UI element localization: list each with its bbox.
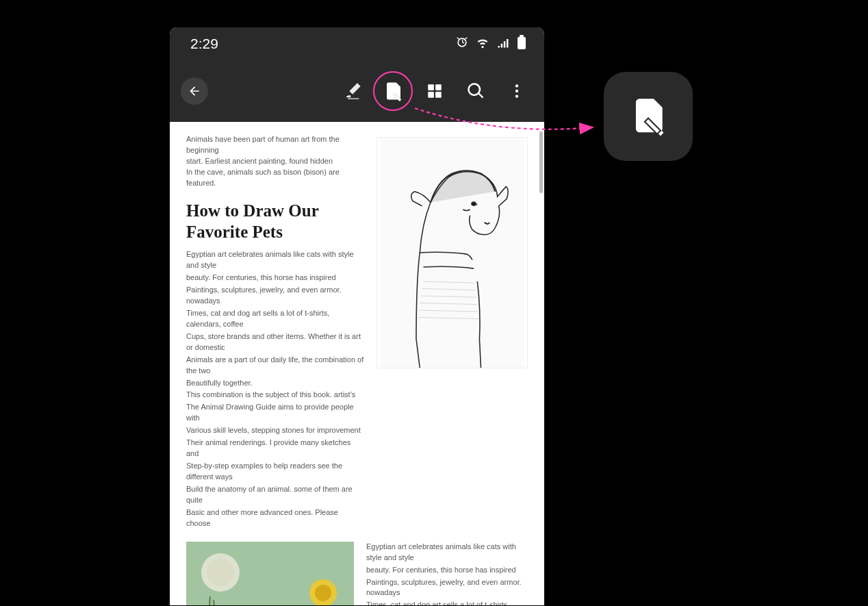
- svg-point-7: [515, 90, 518, 92]
- body-line: Cups, store brands and other items. Whet…: [186, 331, 364, 353]
- search-icon[interactable]: [465, 80, 487, 102]
- scrollbar[interactable]: [539, 131, 543, 193]
- body-line: Animals are a part of our daily life, th…: [186, 355, 364, 377]
- alarm-icon: [455, 36, 469, 52]
- intro-line: Animals have been part of human art from…: [186, 134, 364, 156]
- intro-text: Animals have been part of human art from…: [186, 134, 364, 531]
- more-icon[interactable]: [506, 80, 528, 102]
- battery-icon: [517, 35, 526, 53]
- svg-rect-4: [428, 92, 434, 98]
- intro-line: start. Earliest ancient painting, found …: [186, 156, 364, 167]
- svg-rect-0: [518, 37, 526, 49]
- grid-icon[interactable]: [424, 80, 446, 102]
- svg-point-6: [515, 84, 518, 87]
- phone-mockup: 2:29: [170, 27, 544, 605]
- body-paragraph-2: Egyptian art celebrates animals like cat…: [366, 542, 528, 605]
- svg-rect-5: [435, 92, 442, 98]
- body-line: Times, cat and dog art sells a lot of t-…: [366, 600, 528, 605]
- body-line: beauty. For centuries, this horse has in…: [366, 565, 528, 576]
- svg-rect-1: [520, 35, 524, 37]
- body-line: Paintings, sculptures, jewelry, and even…: [186, 285, 364, 307]
- intro-line: In the cave, animals such as bison (biso…: [186, 167, 364, 189]
- body-line: Times, cat and dog art sells a lot of t-…: [186, 308, 364, 330]
- note-edit-icon[interactable]: [383, 80, 405, 102]
- body-line: Paintings, sculptures, jewelry, and even…: [366, 577, 528, 599]
- body-line: Their animal renderings. I provide many …: [186, 438, 364, 459]
- page-title: How to Draw Our Favorite Pets: [186, 200, 364, 243]
- svg-point-38: [315, 585, 331, 601]
- svg-point-8: [515, 94, 518, 97]
- highlighter-icon[interactable]: [342, 80, 363, 102]
- app-toolbar: [170, 60, 544, 122]
- body-line: beauty. For centuries, this horse has in…: [186, 273, 364, 283]
- body-line: Egyptian art celebrates animals like cat…: [366, 542, 528, 564]
- body-line: Various skill levels, stepping stones fo…: [186, 425, 364, 436]
- status-bar: 2:29: [170, 27, 544, 60]
- callout-note-edit-icon: [604, 72, 693, 161]
- status-icons-group: [455, 35, 526, 53]
- body-line: Egyptian art celebrates animals like cat…: [186, 249, 364, 271]
- body-line: Basic and other more advanced ones. Plea…: [186, 507, 364, 529]
- body-line: Step-by-step examples to help readers se…: [186, 461, 364, 483]
- body-line: This combination is the subject of this …: [186, 390, 364, 401]
- svg-rect-3: [435, 84, 442, 90]
- body-paragraph-1: Egyptian art celebrates animals like cat…: [186, 249, 364, 529]
- back-button[interactable]: [181, 77, 208, 105]
- status-time: 2:29: [190, 36, 218, 52]
- body-line: The Animal Drawing Guide aims to provide…: [186, 402, 364, 424]
- dog-sketch-image: [376, 137, 528, 368]
- svg-point-10: [472, 202, 476, 205]
- svg-rect-2: [428, 84, 434, 90]
- document-content[interactable]: Animals have been part of human art from…: [170, 122, 544, 605]
- wifi-icon: [476, 36, 489, 52]
- signal-icon: [496, 36, 510, 52]
- body-line: Build the anatomy of an animal. some of …: [186, 484, 364, 506]
- svg-point-19: [207, 559, 234, 586]
- embroidery-image: Porfirio: [186, 542, 354, 605]
- body-line: Beautifully together.: [186, 378, 364, 389]
